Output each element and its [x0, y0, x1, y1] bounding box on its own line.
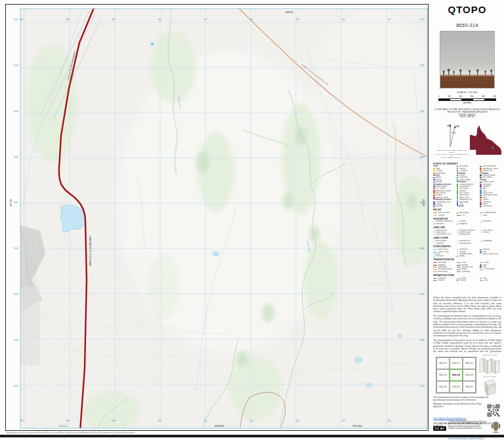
- scale-tick: 500: [493, 96, 496, 98]
- adjoining-map-cell[interactable]: 8650-231: [436, 381, 450, 393]
- map-location-marker: [492, 147, 493, 148]
- legend-item: Conservation Park: [433, 233, 455, 235]
- scale-units: METRES: [438, 102, 496, 104]
- legend-items: Place Town Locality Homestead: [433, 165, 501, 207]
- legend-swatch: [480, 214, 482, 216]
- legend-swatch: [433, 252, 437, 252]
- legend-swatch: [457, 270, 461, 270]
- legend-swatch: [480, 253, 482, 255]
- legend-item-label: Mining Lease: [459, 233, 471, 235]
- legend-swatch: [480, 280, 484, 281]
- legend-swatch: [480, 182, 482, 184]
- legend-swatch: [480, 184, 482, 186]
- legend-swatch: [433, 192, 435, 194]
- legend-swatch: [480, 264, 482, 266]
- legend-swatch: [433, 234, 435, 236]
- legend-items: Watercourse Canal / Drain Lake Reservoir: [433, 249, 501, 258]
- legend-swatch: [433, 278, 437, 279]
- legend-swatch: [433, 271, 437, 272]
- legend-section-title: POINTS OF INTEREST: [433, 163, 501, 165]
- adjoining-map-cell[interactable]: 8650-241: [463, 381, 476, 393]
- adjoining-map-cell[interactable]: 8650-232: [450, 381, 463, 393]
- qtopo-app-link[interactable]: https://qtopo.information.qld.gov.au/: [433, 417, 466, 420]
- legend-swatch: [457, 195, 459, 197]
- bottom-grid-label: 698 000: [215, 425, 224, 428]
- legend-swatch: [480, 166, 482, 168]
- top-longitude-label: 148°50': [285, 11, 294, 14]
- legend-swatch: [457, 271, 461, 272]
- legend-swatch: [433, 223, 435, 225]
- adjoining-map-cell[interactable]: 8650-214: [450, 369, 463, 381]
- legend-swatch: [457, 262, 461, 263]
- disclaimer-block: QTopo has been compiled from the best in…: [433, 296, 501, 353]
- bottom-longitude-label: 148°45': [58, 425, 68, 428]
- adjoining-map-cell[interactable]: 8650-211: [436, 357, 450, 369]
- legend-section: HYDROGRAPHY Watercourse Canal / Drain: [433, 245, 501, 257]
- legend-swatch: [433, 195, 435, 197]
- adjoining-map-cell[interactable]: 8650-223: [463, 369, 476, 381]
- legend-swatch: [457, 186, 459, 188]
- vertical-fold-diagram: [478, 378, 501, 395]
- legend-swatch: [457, 166, 459, 168]
- horizontal-fold-diagram: [478, 357, 501, 374]
- cc-licence-link[interactable]: https://creativecommons.org/licenses/by/…: [448, 437, 484, 440]
- legend-swatch: [480, 192, 482, 194]
- right-latitude-label: 26°50': [422, 199, 425, 206]
- legend-items: National Park State Forest Conservation …: [433, 230, 501, 236]
- scale-tick: 200: [459, 96, 462, 98]
- legend-swatch: [457, 279, 459, 281]
- scale-bar-segments: [438, 98, 496, 102]
- scale-tick: 0: [438, 96, 440, 98]
- north-and-locator: GN MN 10.8° GRID NORTH AND MAGNETIC NORT…: [434, 123, 503, 160]
- adjoining-map-cell[interactable]: 8650-212: [450, 357, 463, 369]
- legend-swatch: [433, 243, 435, 245]
- legend-swatch: [433, 253, 435, 255]
- legend-swatch: [457, 184, 459, 186]
- legend-swatch: [480, 262, 484, 263]
- adjoining-map-cell[interactable]: 8650-213: [436, 369, 450, 381]
- legend-swatch: [433, 270, 437, 270]
- marginalia-panel: QTOPO 8650-214: [430, 0, 504, 435]
- legend-item: Sand: [480, 214, 501, 216]
- legend-section-title: INFRASTRUCTURE: [433, 274, 501, 277]
- legend-item: Cliff: [457, 214, 478, 216]
- legend-swatch: [480, 197, 482, 199]
- legend-swatch: [433, 221, 435, 223]
- legend-swatch: [457, 256, 459, 258]
- legend-swatch: [480, 195, 482, 197]
- sheet-number: 8650-214: [430, 23, 504, 28]
- legend-swatch: [457, 265, 461, 266]
- footer-block: The Queensland Government supports and e…: [433, 396, 501, 434]
- queensland-locator-map: [470, 125, 503, 156]
- legend-swatch: [457, 201, 459, 203]
- legend-item: Reservoir: [433, 255, 455, 257]
- legend-item-label: Causeway: [461, 271, 470, 273]
- legend-item-label: Contour: [438, 214, 445, 216]
- adjoining-map-number: 8650-212: [452, 362, 460, 365]
- legend-swatch: [480, 168, 482, 170]
- adjoining-map-number: 8650-213: [439, 374, 447, 376]
- legend-item: Waterbody: [480, 240, 501, 242]
- legend-item-label: Spring: [459, 255, 465, 257]
- legend-swatch: [433, 179, 435, 181]
- page-title: QTOPO: [430, 4, 504, 15]
- legend-item: Mangrove: [457, 223, 478, 225]
- legend-item-label: Pipeline: [438, 279, 445, 281]
- legend-item: Saline Coastal Flat: [480, 253, 501, 255]
- legend-item-label: Ferry Route: [485, 268, 495, 270]
- legend-swatch: [433, 256, 435, 258]
- scale-tick: 400: [482, 96, 485, 98]
- legend-section: INFRASTRUCTURE Powerline Pipeline Fe: [433, 274, 501, 282]
- legend-swatch: [457, 249, 459, 251]
- legend-swatch: [457, 241, 459, 243]
- adjoining-map-cell[interactable]: 8650-221: [463, 357, 476, 369]
- legend-swatch: [457, 190, 459, 192]
- legend-swatch: [433, 262, 437, 263]
- legend-swatch: [480, 266, 482, 268]
- state-outline: [470, 125, 501, 155]
- legend-swatch: [457, 168, 459, 170]
- legend-swatch: [480, 251, 482, 253]
- bottom-grid-label-2: 701 000: [352, 425, 362, 428]
- legend-items: Remnant Vegetation Plantation Orchard Ma…: [433, 220, 501, 225]
- footer-statement: The Queensland Government supports and e…: [433, 396, 501, 401]
